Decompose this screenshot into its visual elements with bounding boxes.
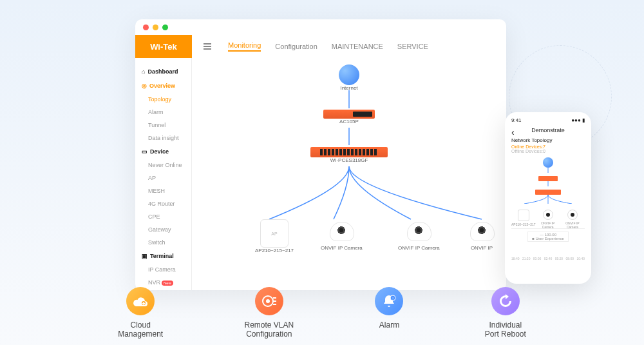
camera-icon: [567, 210, 578, 220]
sidebar-4g-router[interactable]: 4G Router: [135, 197, 191, 210]
switch-icon: [535, 190, 561, 195]
home-icon: ⌂: [142, 68, 145, 75]
node-switch[interactable]: WI-PCES318GF: [310, 147, 388, 163]
node-ap[interactable]: AP AP210~215~217: [255, 219, 294, 253]
ap-icon: [518, 210, 529, 221]
cloud-icon: [126, 287, 155, 315]
tab-configuration[interactable]: Configuration: [275, 43, 317, 50]
feature-label: Cloud Management: [118, 320, 163, 339]
node-camera-1[interactable]: ONVIF IP Camera: [321, 219, 363, 251]
svg-point-6: [266, 299, 270, 303]
mobile-preview: 9:41 ●●● ▮ ‹ Demonstrate Network Topolog…: [505, 112, 591, 284]
phone-statusbar: 9:41 ●●● ▮: [511, 117, 585, 123]
ap-label: AP210~215~217: [255, 248, 294, 253]
sidebar-never-online[interactable]: Never Online: [135, 159, 191, 172]
mini-ap[interactable]: AP210~215~217: [511, 210, 536, 229]
sidebar-overview[interactable]: ◎Overview: [135, 79, 191, 93]
sidebar-ip-camera[interactable]: IP Camera: [135, 263, 191, 276]
globe-icon: [543, 157, 553, 168]
camera-icon: [543, 210, 553, 220]
node-camera-2[interactable]: ONVIF IP Camera: [398, 219, 440, 251]
phone-time: 9:41: [511, 117, 522, 123]
camera-label: ONVIF IP Camera: [398, 245, 440, 251]
ap-icon: AP: [260, 219, 289, 248]
sidebar-cpe[interactable]: CPE: [135, 210, 191, 223]
sidebar-device[interactable]: ▭Device: [135, 144, 191, 159]
sidebar-dashboard[interactable]: ⌂Dashboard: [135, 64, 191, 79]
router-icon: [538, 176, 558, 181]
switch-icon: [310, 147, 388, 157]
camera-icon: [406, 219, 431, 245]
router-icon: [323, 110, 375, 119]
sidebar-terminal[interactable]: ▣Terminal: [135, 249, 191, 263]
chart-axis: 18:4021:2000:0002:4005:2008:0010:40: [511, 257, 585, 261]
camera-label: ONVIF IP Camera: [321, 245, 363, 251]
feature-cloud[interactable]: Cloud Management: [118, 287, 163, 339]
tab-maintenance[interactable]: MAINTENANCE: [332, 43, 383, 50]
camera-label: ONVIF IP: [469, 245, 495, 251]
globe-icon: [339, 64, 359, 85]
back-icon[interactable]: ‹: [511, 127, 515, 137]
topology-lines: [511, 195, 585, 204]
topology-canvas: Internet AC105P WI-PCES318GF AP AP210~21…: [192, 58, 506, 290]
internet-label: Internet: [339, 85, 359, 91]
close-icon[interactable]: [143, 25, 149, 30]
chart-legend: — 100.00■ User Experience: [527, 232, 569, 242]
sidebar-tunnel[interactable]: Tunnel: [135, 119, 191, 132]
app-header: Wi-Tek Monitoring Configuration MAINTENA…: [135, 35, 506, 58]
mini-camera-2[interactable]: ONVIF IP Camera: [560, 210, 585, 229]
minimize-icon[interactable]: [153, 25, 158, 30]
online-count: Online Devices:7: [511, 144, 585, 149]
offline-count: Offline Devices:0: [511, 149, 585, 153]
feature-label: Remote VLAN Configuration: [244, 320, 294, 339]
app-window: Wi-Tek Monitoring Configuration MAINTENA…: [135, 19, 506, 290]
node-camera-3[interactable]: ONVIF IP: [469, 219, 495, 251]
camera-icon: [328, 219, 354, 245]
camera-icon: [469, 219, 495, 245]
node-router[interactable]: AC105P: [323, 110, 375, 124]
new-badge: New: [162, 281, 173, 286]
topology-lines: [192, 58, 506, 290]
phone-topology: AP210~215~217 ONVIF IP Camera ONVIF IP C…: [511, 157, 585, 228]
terminal-icon: ▣: [142, 253, 147, 259]
brand-logo: Wi-Tek: [135, 35, 192, 58]
sidebar-alarm[interactable]: Alarm: [135, 106, 191, 119]
phone-chart: — 100.00■ User Experience 18:4021:2000:0…: [511, 228, 585, 261]
mini-camera-1[interactable]: ONVIF IP Camera: [536, 210, 560, 229]
main-tabs: Monitoring Configuration MAINTENANCE SER…: [192, 35, 428, 58]
menu-icon[interactable]: [204, 43, 211, 50]
feature-alarm[interactable]: ! Alarm: [375, 287, 403, 339]
tab-monitoring[interactable]: Monitoring: [228, 41, 261, 52]
sidebar: ⌂Dashboard ◎Overview Topology Alarm Tunn…: [135, 58, 192, 290]
gear-icon: [255, 287, 283, 315]
tab-service[interactable]: SERVICE: [397, 43, 428, 50]
feature-reboot[interactable]: Individual Port Reboot: [485, 287, 526, 339]
maximize-icon[interactable]: [162, 25, 168, 30]
feature-row: Cloud Management Remote VLAN Configurati…: [0, 287, 644, 339]
phone-indicators: ●●● ▮: [571, 117, 585, 123]
refresh-icon: [491, 287, 520, 315]
sidebar-data-insight[interactable]: Data insight: [135, 132, 191, 144]
eye-icon: ◎: [142, 83, 147, 89]
feature-label: Alarm: [375, 320, 403, 330]
bell-icon: !: [375, 287, 403, 315]
sidebar-switch[interactable]: Switch: [135, 236, 191, 249]
feature-label: Individual Port Reboot: [485, 320, 526, 339]
window-titlebar: [135, 19, 506, 35]
phone-section-title: Network Topology: [511, 137, 585, 143]
sidebar-topology[interactable]: Topology: [135, 93, 191, 106]
feature-vlan[interactable]: Remote VLAN Configuration: [244, 287, 294, 339]
device-icon: ▭: [142, 148, 147, 155]
sidebar-gateway[interactable]: Gateway: [135, 223, 191, 236]
sidebar-ap[interactable]: AP: [135, 172, 191, 184]
node-internet[interactable]: Internet: [339, 64, 359, 91]
switch-label: WI-PCES318GF: [310, 157, 388, 163]
sidebar-mesh[interactable]: MESH: [135, 184, 191, 197]
router-label: AC105P: [323, 119, 375, 124]
phone-title: ‹ Demonstrate: [511, 127, 585, 133]
